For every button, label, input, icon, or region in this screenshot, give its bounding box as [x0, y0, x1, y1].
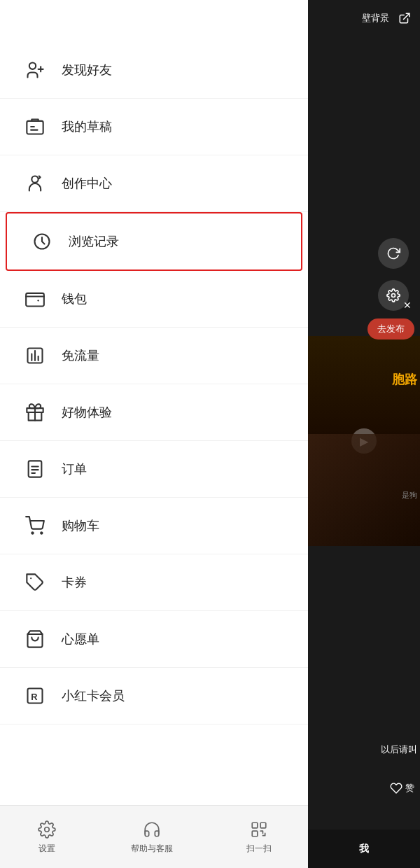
scan-tab[interactable]: 扫一扫: [246, 819, 272, 855]
bottom-right-text: 以后请叫: [381, 743, 417, 756]
svg-point-20: [41, 532, 42, 533]
svg-line-0: [404, 13, 410, 19]
help-label: 帮助与客服: [131, 843, 173, 855]
creator-center-icon: [22, 171, 48, 196]
coupons-label: 卡券: [62, 574, 87, 591]
browse-history-label: 浏览记录: [69, 233, 119, 250]
orders-icon: [22, 456, 48, 482]
menu-item-free-data[interactable]: 免流量: [0, 328, 308, 384]
help-icon: [141, 819, 162, 840]
wallet-label: 钱包: [62, 290, 87, 307]
me-tab-label: 我: [359, 843, 369, 855]
menu-item-wallet[interactable]: 钱包: [0, 271, 308, 328]
svg-point-1: [392, 294, 396, 298]
svg-point-2: [29, 63, 36, 69]
shopping-cart-label: 购物车: [62, 517, 99, 534]
menu-item-orders[interactable]: 订单: [0, 441, 308, 498]
menu-item-creator-center[interactable]: 创作中心: [0, 155, 308, 212]
help-tab[interactable]: 帮助与客服: [131, 819, 173, 855]
menu-item-shopping-cart[interactable]: 购物车: [0, 498, 308, 554]
bottom-tabs: 设置 帮助与客服 扫一扫: [0, 805, 308, 868]
tab-me[interactable]: 我: [308, 830, 420, 868]
red-membership-label: 小红卡会员: [62, 687, 125, 704]
svg-point-19: [31, 532, 33, 533]
svg-rect-5: [27, 121, 43, 134]
good-experience-label: 好物体验: [62, 404, 112, 421]
svg-rect-15: [29, 461, 42, 477]
menu-panel: 发现好友 我的草稿 创作中心 浏览记录: [0, 0, 308, 868]
menu-item-good-experience[interactable]: 好物体验: [0, 384, 308, 441]
menu-item-red-membership[interactable]: R 小红卡会员: [0, 668, 308, 724]
wallet-icon: [22, 286, 48, 312]
my-drafts-icon: [22, 114, 48, 139]
svg-rect-27: [260, 822, 266, 828]
find-friends-label: 发现好友: [62, 62, 112, 78]
svg-rect-8: [26, 293, 44, 307]
browse-history-icon: [29, 229, 55, 254]
top-right-controls: 壁背景: [362, 8, 414, 28]
refresh-icon-circle[interactable]: [378, 238, 409, 269]
video-sub-label: 是狗: [402, 490, 417, 714]
red-membership-icon: R: [22, 683, 48, 708]
wishlist-label: 心愿单: [62, 631, 99, 648]
close-publish-icon[interactable]: ✕: [403, 300, 412, 311]
coupons-icon: [22, 570, 48, 595]
free-data-icon: [22, 343, 48, 368]
find-friends-icon: [22, 57, 48, 83]
free-data-label: 免流量: [62, 347, 99, 364]
external-link-icon[interactable]: [395, 8, 414, 28]
my-drafts-label: 我的草稿: [62, 118, 112, 135]
menu-item-wishlist[interactable]: 心愿单: [0, 611, 308, 668]
scan-icon: [248, 819, 270, 840]
svg-rect-28: [252, 831, 258, 836]
good-experience-icon: [22, 400, 48, 425]
menu-item-my-drafts[interactable]: 我的草稿: [0, 99, 308, 155]
scan-label: 扫一扫: [246, 843, 272, 855]
creator-center-label: 创作中心: [62, 175, 112, 192]
menu-item-find-friends[interactable]: 发现好友: [0, 42, 308, 99]
wallpaper-label: 壁背景: [362, 12, 389, 24]
settings-label: 设置: [38, 843, 55, 855]
orders-label: 订单: [62, 461, 87, 477]
menu-item-browse-history[interactable]: 浏览记录: [6, 212, 302, 271]
menu-list: 发现好友 我的草稿 创作中心 浏览记录: [0, 0, 308, 724]
svg-rect-26: [252, 822, 258, 828]
svg-text:R: R: [31, 692, 37, 702]
wishlist-icon: [22, 626, 48, 652]
publish-button[interactable]: 去发布: [368, 318, 414, 340]
shopping-cart-icon: [22, 513, 48, 538]
settings-icon: [36, 819, 57, 840]
svg-point-6: [31, 176, 38, 183]
settings-tab[interactable]: 设置: [36, 819, 57, 855]
menu-item-coupons[interactable]: 卡券: [0, 554, 308, 611]
video-title: 胞路: [392, 371, 417, 388]
like-label: 赞: [405, 782, 414, 794]
like-button[interactable]: 赞: [390, 782, 414, 794]
svg-point-25: [45, 827, 50, 832]
